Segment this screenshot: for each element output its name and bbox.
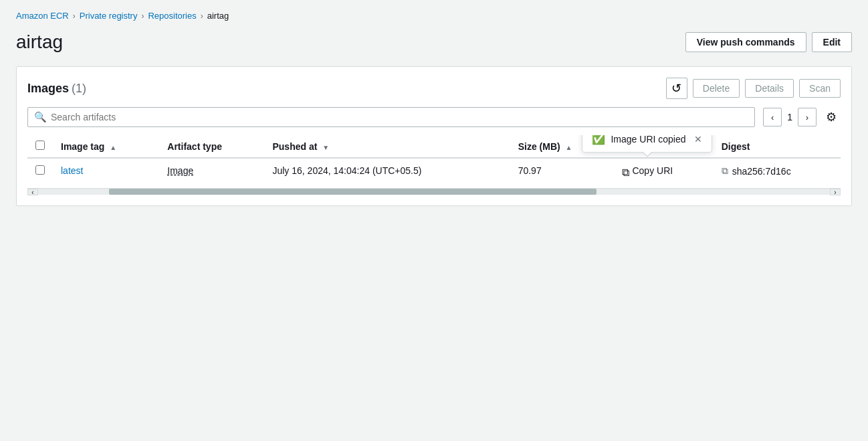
- uri-copied-message: Image URI copied: [611, 135, 685, 145]
- search-input-wrapper: 🔍: [27, 107, 755, 127]
- row-pushed-at: July 16, 2024, 14:04:24 (UTC+05.5): [264, 158, 510, 185]
- images-panel: Images(1) ↺ Delete Details Scan 🔍 ‹: [16, 66, 852, 206]
- breadcrumb: Amazon ECR › Private registry › Reposito…: [16, 11, 852, 21]
- arrow-left-icon: ‹: [771, 112, 774, 122]
- breadcrumb-ecr-link[interactable]: Amazon ECR: [16, 11, 69, 21]
- row-digest: ⧉ sha256:7d16c: [714, 158, 841, 185]
- view-push-commands-button[interactable]: View push commands: [685, 32, 806, 52]
- details-button[interactable]: Details: [745, 79, 794, 98]
- edit-button[interactable]: Edit: [812, 32, 852, 52]
- delete-button[interactable]: Delete: [693, 79, 740, 98]
- breadcrumb-current: airtag: [207, 11, 229, 21]
- pushed-at-value: July 16, 2024, 14:04:24 (UTC+05.5): [272, 165, 421, 176]
- row-artifact-type: Image: [159, 158, 264, 185]
- row-image-uri: ✅ Image URI copied ✕ ⧉ Copy URI: [614, 158, 713, 185]
- pagination-controls: ‹ 1 › ⚙: [763, 108, 841, 126]
- scan-button[interactable]: Scan: [799, 79, 841, 98]
- row-size: 70.97: [510, 158, 615, 185]
- panel-title: Images(1): [27, 82, 86, 95]
- table-header: Image tag ▲ Artifact type Pushed at ▼ Si…: [27, 135, 841, 158]
- sort-image-tag-icon[interactable]: ▲: [110, 144, 116, 151]
- images-table: Image tag ▲ Artifact type Pushed at ▼ Si…: [27, 135, 841, 185]
- row-image-tag: latest: [53, 158, 159, 185]
- page-header: airtag View push commands Edit: [16, 31, 852, 53]
- scroll-right-button[interactable]: ›: [830, 189, 841, 195]
- breadcrumb-private-registry-link[interactable]: Private registry: [80, 11, 138, 21]
- search-input[interactable]: [27, 107, 755, 127]
- pagination-next-button[interactable]: ›: [798, 108, 817, 126]
- artifact-type-value: Image: [167, 165, 193, 176]
- pagination-prev-button[interactable]: ‹: [763, 108, 782, 126]
- search-icon: 🔍: [34, 111, 47, 123]
- panel-actions: ↺ Delete Details Scan: [666, 78, 841, 99]
- breadcrumb-sep-2: ›: [141, 11, 144, 21]
- scroll-thumb[interactable]: [109, 189, 597, 195]
- digest-value: sha256:7d16c: [732, 166, 791, 177]
- header-digest: Digest: [714, 135, 841, 158]
- select-all-checkbox[interactable]: [35, 141, 45, 150]
- image-tag-link[interactable]: latest: [61, 165, 83, 176]
- header-checkbox-cell: [27, 135, 53, 158]
- header-image-tag: Image tag ▲: [53, 135, 159, 158]
- arrow-right-icon: ›: [806, 112, 808, 122]
- horizontal-scrollbar[interactable]: ‹ ›: [27, 188, 841, 195]
- row-checkbox[interactable]: [35, 165, 45, 175]
- refresh-button[interactable]: ↺: [666, 78, 687, 99]
- digest-copy-icon[interactable]: ⧉: [722, 165, 728, 177]
- breadcrumb-repositories-link[interactable]: Repositories: [148, 11, 196, 21]
- digest-cell: ⧉ sha256:7d16c: [722, 165, 833, 177]
- table-body: latest Image July 16, 2024, 14:04:24 (UT…: [27, 158, 841, 185]
- refresh-icon: ↺: [671, 81, 681, 96]
- breadcrumb-sep-3: ›: [201, 11, 203, 21]
- page-title: airtag: [16, 31, 63, 53]
- table-settings-button[interactable]: ⚙: [822, 108, 841, 126]
- header-artifact-type: Artifact type: [159, 135, 264, 158]
- scroll-left-button[interactable]: ‹: [27, 189, 38, 195]
- table-container: Image tag ▲ Artifact type Pushed at ▼ Si…: [27, 135, 841, 185]
- sort-size-icon[interactable]: ▲: [566, 144, 572, 151]
- copy-uri-wrapper: ✅ Image URI copied ✕ ⧉ Copy URI: [622, 165, 705, 179]
- table-row: latest Image July 16, 2024, 14:04:24 (UT…: [27, 158, 841, 185]
- table-header-row: Image tag ▲ Artifact type Pushed at ▼ Si…: [27, 135, 841, 158]
- header-pushed-at: Pushed at ▼: [264, 135, 510, 158]
- panel-header: Images(1) ↺ Delete Details Scan: [27, 78, 841, 99]
- settings-icon: ⚙: [826, 110, 837, 124]
- copy-uri-icon[interactable]: ⧉: [622, 167, 629, 179]
- panel-count: (1): [72, 82, 86, 95]
- sort-pushed-at-icon[interactable]: ▼: [322, 144, 329, 151]
- breadcrumb-sep-1: ›: [73, 11, 76, 21]
- size-value: 70.97: [518, 165, 542, 176]
- header-buttons: View push commands Edit: [685, 32, 852, 52]
- search-bar: 🔍 ‹ 1 › ⚙: [27, 107, 841, 127]
- check-circle-icon: ✅: [592, 135, 605, 145]
- copy-uri-label[interactable]: Copy URI: [632, 165, 673, 176]
- close-tooltip-button[interactable]: ✕: [694, 135, 702, 145]
- panel-title-area: Images(1): [27, 82, 86, 96]
- pagination-number: 1: [787, 112, 792, 122]
- uri-copied-tooltip: ✅ Image URI copied ✕: [582, 135, 712, 153]
- row-checkbox-cell: [27, 158, 53, 185]
